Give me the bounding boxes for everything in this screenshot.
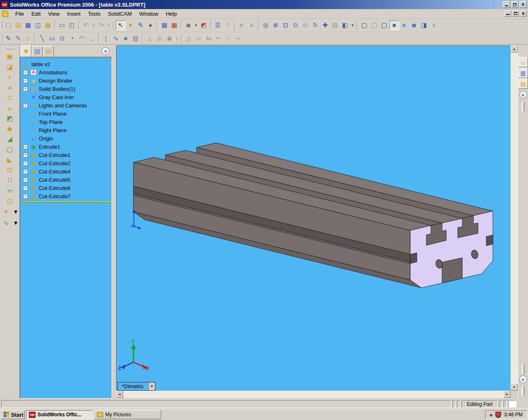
- draft-button[interactable]: ◣: [5, 155, 15, 165]
- wireframe-button[interactable]: ▢: [359, 20, 369, 30]
- extruded-boss-base-button[interactable]: ▣: [5, 52, 15, 62]
- linear-pattern-button[interactable]: ∷: [5, 176, 15, 185]
- help-button[interactable]: ?: [223, 20, 233, 30]
- scroll-left-button[interactable]: ◄: [116, 391, 123, 398]
- scroll-down-button[interactable]: ▼: [511, 384, 518, 391]
- tab-featuremanager[interactable]: ◈: [21, 45, 31, 57]
- tab-home[interactable]: ⌂: [518, 57, 528, 67]
- close-button[interactable]: ×: [519, 1, 527, 8]
- menu-tools[interactable]: Tools: [84, 9, 104, 18]
- tree-item-extrude1[interactable]: +▣Extrude1: [20, 142, 112, 151]
- edit-color-button[interactable]: ▦: [159, 20, 169, 30]
- 3d-sketch-button[interactable]: ✎: [13, 33, 23, 43]
- shaded-button[interactable]: ■: [399, 20, 409, 30]
- menu-insert[interactable]: Insert: [63, 9, 84, 18]
- fill-pattern-button[interactable]: ▨: [131, 33, 140, 43]
- section-view-button[interactable]: ◨: [419, 20, 429, 30]
- expander-icon[interactable]: +: [23, 153, 28, 157]
- toolbar-grip[interactable]: [6, 48, 14, 49]
- tab-configurationmanager[interactable]: ⊟: [43, 46, 54, 57]
- web-next-button[interactable]: »: [247, 20, 257, 30]
- mdi-close-button[interactable]: ×: [520, 11, 527, 17]
- revolved-cut-button[interactable]: ◕: [5, 83, 15, 93]
- menu-edit[interactable]: Edit: [28, 9, 44, 18]
- zoom-in-button[interactable]: ⊕: [271, 20, 281, 30]
- make-drawing-button[interactable]: ◫: [33, 20, 43, 30]
- tree-item-solid-bodies-1-[interactable]: +▤Solid Bodies(1): [20, 85, 112, 93]
- circle-button[interactable]: ⊙: [57, 33, 67, 43]
- photoworks-button[interactable]: ◩: [199, 20, 209, 30]
- expander-icon[interactable]: +: [23, 194, 28, 199]
- tree-item-lights-and-cameras[interactable]: +☀Lights and Cameras: [20, 101, 112, 109]
- toolbar-grip[interactable]: [1, 21, 2, 29]
- hidden-lines-removed-button[interactable]: ▢: [379, 20, 389, 30]
- horizontal-scrollbar[interactable]: ◄ ►: [116, 391, 511, 398]
- start-button[interactable]: Start: [1, 410, 25, 419]
- scroll-track[interactable]: [123, 391, 504, 398]
- spline-button[interactable]: ∿: [111, 33, 121, 43]
- tree-item-cut-extrude7[interactable]: +▣Cut-Extrude7: [20, 192, 112, 200]
- zoom-selection-button[interactable]: ⊙: [290, 20, 300, 30]
- point-button[interactable]: ∗: [121, 33, 131, 43]
- tree-item-design-binder[interactable]: +◆Design Binder: [20, 76, 112, 85]
- scroll-up-button[interactable]: ▲: [511, 45, 518, 52]
- menu-view[interactable]: View: [44, 9, 63, 18]
- tree-item-cut-extrude1[interactable]: +▣Cut-Extrude1: [20, 151, 112, 159]
- fillet-button[interactable]: ◩: [5, 114, 15, 123]
- mdi-restore-button[interactable]: [512, 11, 519, 17]
- task-solidworks-offic-[interactable]: SWSolidWorks Offic...: [26, 410, 93, 419]
- menu-window[interactable]: Window: [136, 9, 162, 18]
- lofted-boss-base-button[interactable]: ▲: [5, 103, 15, 113]
- edit-texture-button[interactable]: ▦: [169, 20, 179, 30]
- view-orientation-combo[interactable]: *Dimetric ▼: [117, 382, 155, 391]
- pane-grip[interactable]: [522, 102, 525, 111]
- sketch-entity-button[interactable]: ✎: [136, 20, 145, 30]
- print-button[interactable]: ▭: [57, 20, 67, 30]
- zoom-to-fit-button[interactable]: ◎: [261, 20, 271, 30]
- toolbar-grip[interactable]: [1, 34, 2, 43]
- collapse-pane-button-bottom[interactable]: «: [519, 375, 527, 383]
- menu-help[interactable]: Help: [162, 9, 181, 18]
- tab-propertymanager[interactable]: ▤: [32, 46, 43, 57]
- sketch-button[interactable]: ✎: [3, 33, 13, 43]
- select-button[interactable]: ↖: [116, 20, 126, 30]
- pan-button[interactable]: ✚: [320, 20, 330, 30]
- menu-solidcam[interactable]: SolidCAM: [104, 9, 136, 18]
- zoom-window-button[interactable]: ⊡: [281, 20, 290, 30]
- tree-item-annotations[interactable]: +AAnnotations: [20, 68, 112, 76]
- hole-wizard-button[interactable]: ⊡: [5, 165, 15, 175]
- rib-button[interactable]: ◢: [5, 134, 15, 144]
- expander-icon[interactable]: +: [23, 161, 28, 166]
- reference-geometry-button[interactable]: ✶: [1, 207, 11, 217]
- rectangle-button[interactable]: ▭: [47, 33, 57, 43]
- pane-grip[interactable]: [522, 387, 525, 396]
- tree-item-cut-extrude4[interactable]: +▣Cut-Extrude4: [20, 167, 112, 176]
- tab-solidworks-resources[interactable]: ▥: [518, 68, 528, 78]
- view-orientation-arrow[interactable]: ▾: [350, 20, 355, 30]
- expander-icon[interactable]: +: [23, 87, 28, 91]
- stoplight-button[interactable]: ●: [145, 20, 155, 30]
- chamfer-button[interactable]: ◆: [5, 124, 15, 134]
- new-button[interactable]: ▢: [3, 20, 13, 30]
- shell-button[interactable]: ▢: [5, 145, 15, 154]
- selection-filter-button[interactable]: ▼: [126, 20, 136, 30]
- save-button[interactable]: ▦: [23, 20, 33, 30]
- tab-design-library[interactable]: ▤: [518, 78, 528, 89]
- circular-pattern-button[interactable]: ∺: [5, 186, 15, 196]
- tree-item-top-plane[interactable]: ◇Top Plane: [20, 118, 112, 126]
- print-preview-button[interactable]: ◰: [67, 20, 77, 30]
- rotate-view-button[interactable]: ↻: [310, 20, 320, 30]
- modify-sketch-button[interactable]: ◇: [23, 33, 33, 43]
- tray-chevron[interactable]: «: [490, 412, 492, 418]
- panel-splitter[interactable]: [112, 45, 116, 399]
- expand-panel-button[interactable]: »: [102, 47, 109, 55]
- make-assembly-button[interactable]: ▩: [43, 20, 53, 30]
- tree-item-front-plane[interactable]: ◇Front Plane: [20, 109, 112, 118]
- tree-item-cut-extrude2[interactable]: +▣Cut-Extrude2: [20, 159, 112, 167]
- expander-icon[interactable]: +: [23, 145, 28, 149]
- web-previous-button[interactable]: ℮: [237, 20, 247, 30]
- antivirus-tray-icon[interactable]: [495, 412, 501, 418]
- open-button[interactable]: ▤: [13, 20, 23, 30]
- tree-item-cut-extrude5[interactable]: +▣Cut-Extrude5: [20, 176, 112, 184]
- centerpoint-arc-button[interactable]: ◔: [67, 33, 77, 43]
